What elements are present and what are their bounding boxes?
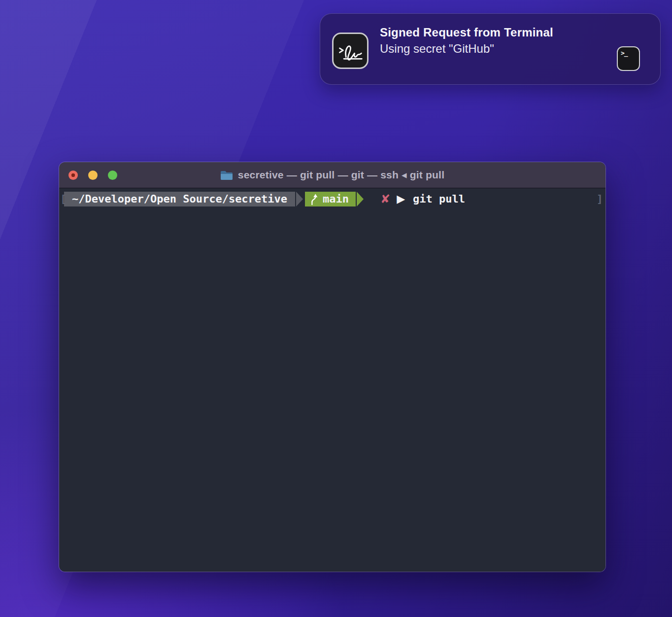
powerline-arrow-icon [357, 192, 364, 206]
prompt-branch-segment: main [305, 192, 356, 206]
prompt-run-icon: ▶ [397, 192, 405, 206]
traffic-lights [68, 162, 117, 188]
powerline-arrow-icon [296, 192, 303, 206]
minimize-button[interactable] [88, 171, 98, 180]
prompt-left-bracket: [ [60, 192, 67, 206]
window-title: secretive — git pull — git — ssh ◂ git p… [220, 169, 444, 181]
signature-icon [335, 35, 366, 66]
secretive-app-icon [332, 33, 369, 69]
terminal-icon: >_ [617, 46, 640, 71]
git-branch-icon [310, 193, 318, 205]
window-titlebar[interactable]: secretive — git pull — git — ssh ◂ git p… [59, 162, 605, 188]
terminal-icon-glyph: >_ [621, 49, 628, 57]
notification-body: Using secret "GitHub" [380, 41, 553, 56]
close-button[interactable] [68, 171, 78, 180]
folder-icon [220, 170, 233, 180]
git-dirty-icon: ✘ [380, 192, 390, 206]
notification-title: Signed Request from Terminal [380, 25, 553, 40]
zoom-button[interactable] [108, 171, 117, 180]
prompt-path-segment: ~/Developer/Open Source/secretive [64, 192, 295, 206]
shell-prompt: [ ~/Developer/Open Source/secretive main… [59, 192, 605, 206]
desktop-wallpaper: Signed Request from Terminal Using secre… [0, 0, 672, 617]
window-title-text: secretive — git pull — git — ssh ◂ git p… [238, 169, 444, 181]
terminal-window: secretive — git pull — git — ssh ◂ git p… [59, 162, 605, 572]
git-branch-name: main [323, 192, 349, 206]
typed-command: git pull [413, 192, 465, 206]
prompt-right-bracket: ] [597, 192, 603, 206]
terminal-content[interactable]: [ ~/Developer/Open Source/secretive main… [59, 188, 605, 572]
notification-banner[interactable]: Signed Request from Terminal Using secre… [320, 13, 661, 85]
